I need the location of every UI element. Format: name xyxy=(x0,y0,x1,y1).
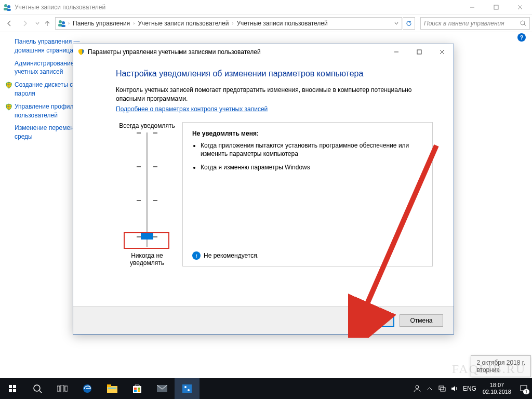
breadcrumb-root[interactable]: Панель управления xyxy=(70,20,133,27)
info-heading: Не уведомлять меня: xyxy=(192,130,423,137)
svg-point-40 xyxy=(188,389,190,391)
address-bar[interactable]: › Панель управления › Учетные записи пол… xyxy=(55,17,402,30)
shield-icon xyxy=(5,82,12,89)
minimize-button[interactable] xyxy=(460,0,484,15)
tray-language[interactable]: ENG xyxy=(461,378,478,399)
info-icon: i xyxy=(192,251,201,260)
tray-chevron-up-icon[interactable] xyxy=(423,378,436,399)
dialog-title: Параметры управления учетными записями п… xyxy=(88,48,261,56)
svg-rect-27 xyxy=(65,386,68,391)
forward-button[interactable] xyxy=(18,16,32,31)
tray-people-icon[interactable] xyxy=(411,378,423,399)
parent-window-titlebar: Учетные записи пользователей xyxy=(0,0,532,15)
parent-window-title: Учетные записи пользователей xyxy=(15,4,105,11)
svg-point-8 xyxy=(59,20,62,23)
ok-button[interactable]: OK xyxy=(351,314,394,327)
svg-rect-38 xyxy=(182,384,192,393)
slider-column: Всегда уведомлять Никогда не уведомлять xyxy=(116,122,178,267)
svg-rect-5 xyxy=(494,5,498,9)
search-icon xyxy=(520,20,526,26)
svg-point-0 xyxy=(4,4,7,7)
dialog-window-controls xyxy=(385,44,454,60)
dialog-close-button[interactable] xyxy=(431,44,454,60)
refresh-button[interactable] xyxy=(403,17,415,30)
svg-rect-34 xyxy=(138,388,140,390)
dialog-heading: Настройка уведомления об изменении парам… xyxy=(116,69,433,78)
svg-rect-20 xyxy=(13,385,16,388)
user-accounts-icon xyxy=(58,19,66,28)
watermark: FAQLIB.RU xyxy=(452,362,526,376)
slider-info-panel: Не уведомлять меня: Когда приложения пыт… xyxy=(182,122,433,267)
info-bullet: Когда я изменяю параметры Windows xyxy=(201,163,423,171)
svg-point-41 xyxy=(416,385,419,389)
svg-rect-25 xyxy=(57,386,60,391)
navigation-bar: › Панель управления › Учетные записи пол… xyxy=(0,15,532,32)
dialog-learn-more-link[interactable]: Подробнее о параметрах контроля учетных … xyxy=(116,105,268,113)
annotation-highlight xyxy=(124,232,169,249)
shield-icon xyxy=(364,317,370,324)
tray-clock[interactable]: 18:07 02.10.2018 xyxy=(478,382,515,395)
cancel-button[interactable]: Отмена xyxy=(400,314,443,327)
back-button[interactable] xyxy=(2,16,17,31)
search-placeholder: Поиск в панели управления xyxy=(424,20,520,27)
tray-notifications-icon[interactable]: 1 xyxy=(515,378,532,399)
svg-rect-3 xyxy=(7,9,11,11)
info-bullet: Когда приложения пытаются установить про… xyxy=(201,141,423,158)
taskbar-control-panel-icon[interactable] xyxy=(175,378,200,399)
svg-rect-21 xyxy=(9,389,12,392)
taskbar-mail-icon[interactable] xyxy=(150,378,175,399)
up-button[interactable] xyxy=(43,16,52,31)
svg-rect-11 xyxy=(61,25,65,27)
svg-point-1 xyxy=(7,5,10,8)
uac-slider[interactable] xyxy=(146,132,148,247)
slider-top-label: Всегда уведомлять xyxy=(116,122,178,129)
user-accounts-icon xyxy=(3,3,11,11)
breadcrumb-mid[interactable]: Учетные записи пользователей xyxy=(135,20,232,27)
svg-point-9 xyxy=(62,21,65,24)
close-button[interactable] xyxy=(508,0,532,15)
svg-point-23 xyxy=(34,385,40,391)
system-tray: ENG 18:07 02.10.2018 1 xyxy=(411,378,532,399)
taskbar-edge-icon[interactable] xyxy=(75,378,100,399)
svg-rect-30 xyxy=(107,384,111,387)
search-box[interactable]: Поиск в панели управления xyxy=(420,17,530,30)
uac-settings-dialog: Параметры управления учетными записями п… xyxy=(73,44,454,335)
svg-point-39 xyxy=(184,386,187,388)
svg-rect-22 xyxy=(13,389,16,392)
tray-volume-icon[interactable] xyxy=(448,378,461,399)
svg-point-12 xyxy=(521,21,525,25)
taskbar-explorer-icon[interactable] xyxy=(100,378,125,399)
svg-rect-19 xyxy=(9,385,12,388)
slider-bottom-label: Никогда не уведомлять xyxy=(116,252,178,267)
task-view-button[interactable] xyxy=(50,378,75,399)
dialog-footer: OK Отмена xyxy=(73,306,454,334)
maximize-button[interactable] xyxy=(484,0,508,15)
start-button[interactable] xyxy=(0,378,25,399)
svg-rect-15 xyxy=(417,50,421,54)
parent-window-controls xyxy=(460,0,532,15)
shield-icon xyxy=(77,48,85,56)
dialog-description: Контроль учетных записей помогает предот… xyxy=(116,86,433,103)
info-recommendation: Не рекомендуется. xyxy=(204,252,259,259)
address-dropdown-button[interactable] xyxy=(391,20,402,27)
taskbar-store-icon[interactable] xyxy=(125,378,150,399)
breadcrumb-leaf[interactable]: Учетные записи пользователей xyxy=(233,20,330,27)
shield-icon xyxy=(5,103,12,111)
dialog-body: Настройка уведомления об изменении парам… xyxy=(73,60,454,306)
tray-network-icon[interactable] xyxy=(436,378,448,399)
search-button[interactable] xyxy=(25,378,50,399)
svg-rect-36 xyxy=(138,390,140,392)
svg-rect-26 xyxy=(61,385,64,392)
dialog-maximize-button[interactable] xyxy=(408,44,431,60)
recent-locations-button[interactable] xyxy=(33,16,42,31)
svg-rect-31 xyxy=(108,388,116,389)
svg-line-13 xyxy=(524,24,526,26)
dialog-minimize-button[interactable] xyxy=(385,44,408,60)
svg-line-24 xyxy=(39,391,42,393)
svg-rect-35 xyxy=(134,390,137,392)
svg-rect-33 xyxy=(134,388,137,390)
taskbar[interactable]: ENG 18:07 02.10.2018 1 xyxy=(0,378,532,399)
help-icon[interactable]: ? xyxy=(517,33,526,42)
